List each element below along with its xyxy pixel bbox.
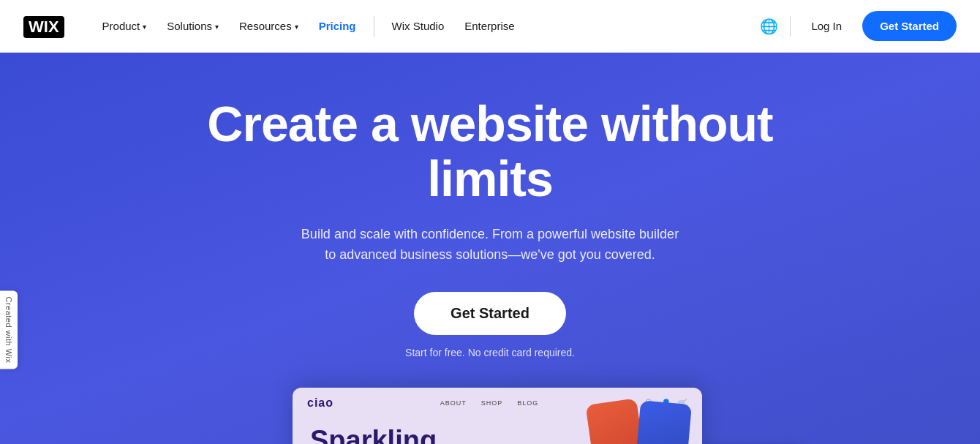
nav-links: Product ▾ Solutions ▾ Resources ▾ Pricin… [94,14,761,38]
pricing-nav-item[interactable]: Pricing [310,14,365,38]
site-nav-links: ABOUT SHOP BLOG [440,399,539,407]
product-chevron-icon: ▾ [143,23,146,31]
resources-chevron-icon: ▾ [295,23,298,31]
hero-cta-note: Start for free. No credit card required. [405,347,575,358]
navbar: WIX Product ▾ Solutions ▾ Resources ▾ Pr… [0,0,980,53]
website-preview-inner: ciao ABOUT SHOP BLOG 🔍 👤 🛒 SparklingFrui [293,388,702,444]
solutions-nav-item[interactable]: Solutions ▾ [158,14,227,38]
hero-section: Created with Wix Create a website withou… [0,53,980,444]
wix-logo[interactable]: WIX [23,14,64,38]
product-label: Product [102,20,140,32]
solutions-chevron-icon: ▾ [215,23,219,31]
side-tab[interactable]: Created with Wix [0,291,18,369]
solutions-label: Solutions [167,20,212,32]
nav-divider [374,16,374,37]
site-logo: ciao [307,396,333,410]
resources-label: Resources [239,20,292,32]
wix-studio-nav-item[interactable]: Wix Studio [383,14,453,38]
nav-divider-right [790,16,791,37]
hero-cta-button[interactable]: Get Started [414,292,566,335]
globe-icon[interactable]: 🌐 [760,18,778,35]
enterprise-nav-item[interactable]: Enterprise [456,14,523,38]
product-nav-item[interactable]: Product ▾ [94,14,156,38]
can-blue: aeo [632,400,692,444]
hero-subtitle: Build and scale with confidence. From a … [296,224,684,266]
resources-nav-item[interactable]: Resources ▾ [230,14,307,38]
nav-right: 🌐 Log In Get Started [760,11,957,41]
website-preview: ciao ABOUT SHOP BLOG 🔍 👤 🛒 SparklingFrui [293,388,702,444]
login-button[interactable]: Log In [802,14,851,38]
hero-title: Create a website without limits [161,97,819,206]
hero-previews: 🔒 https://www.ciaodrinks.com ✦ ✦ Want to… [51,388,929,444]
get-started-nav-button[interactable]: Get Started [862,11,957,41]
